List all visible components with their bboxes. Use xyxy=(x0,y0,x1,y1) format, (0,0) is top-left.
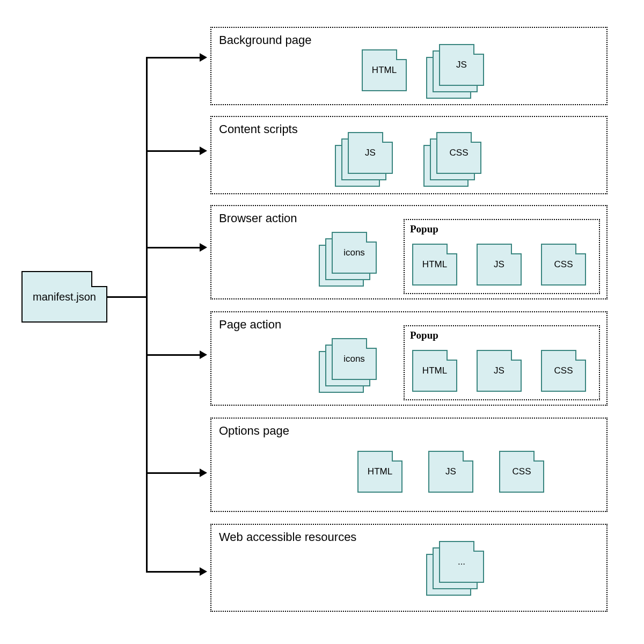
section-title: Content scripts xyxy=(219,122,298,136)
popup-title: Popup xyxy=(410,330,438,341)
section-options-page: Options page HTML JS CSS xyxy=(210,418,608,512)
section-page-action: Page action icons Popup HTML JS CSS xyxy=(210,311,608,406)
popup-box: Popup HTML JS CSS xyxy=(404,219,600,294)
section-title: Background page xyxy=(219,33,311,47)
file-html-icon: HTML xyxy=(412,244,457,286)
file-html-icon: HTML xyxy=(357,451,402,493)
file-js-icon: JS xyxy=(428,451,473,493)
manifest-label: manifest.json xyxy=(33,291,96,303)
file-css-icon: CSS xyxy=(541,350,586,392)
section-title: Web accessible resources xyxy=(219,530,356,544)
section-title: Browser action xyxy=(219,211,297,225)
file-js-stack-icon: JS xyxy=(426,44,485,98)
file-css-icon: CSS xyxy=(499,451,544,493)
section-content-scripts: Content scripts JS CSS xyxy=(210,116,608,194)
popup-title: Popup xyxy=(410,223,438,235)
extension-architecture-diagram: manifest.json Background page HTML xyxy=(0,0,644,644)
section-web-accessible-resources: Web accessible resources ... xyxy=(210,524,608,612)
file-js-icon: JS xyxy=(477,350,522,392)
file-html-icon: HTML xyxy=(412,350,457,392)
section-background-page: Background page HTML JS xyxy=(210,27,608,105)
section-title: Page action xyxy=(219,318,281,332)
file-css-icon: CSS xyxy=(541,244,586,286)
section-browser-action: Browser action icons Popup HTML JS CSS xyxy=(210,205,608,299)
file-html-icon: HTML xyxy=(362,49,407,91)
section-title: Options page xyxy=(219,424,289,438)
file-js-icon: JS xyxy=(477,244,522,286)
popup-box: Popup HTML JS CSS xyxy=(404,325,600,400)
manifest-file-icon: manifest.json xyxy=(21,271,107,323)
